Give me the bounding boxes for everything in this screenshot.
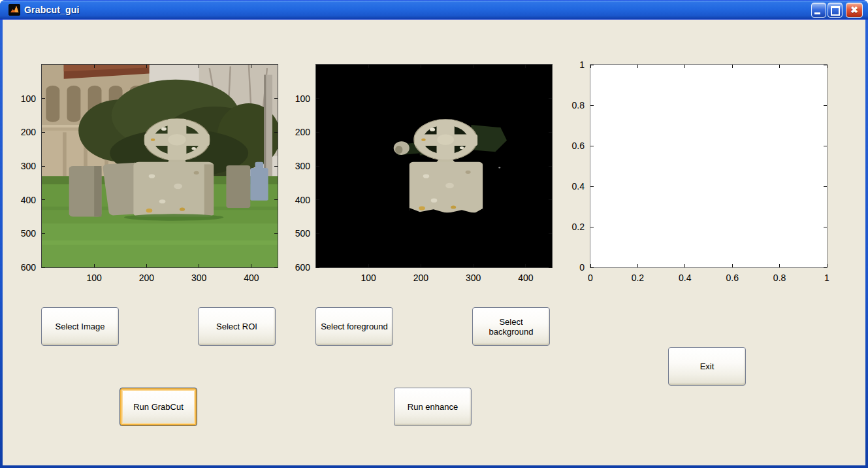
select-image-button[interactable]: Select Image xyxy=(41,307,119,346)
y-tick-label: 500 xyxy=(21,228,36,239)
y-tick-mark xyxy=(549,233,552,234)
x-tick-mark xyxy=(732,264,733,267)
x-tick-mark xyxy=(146,65,147,68)
y-tick-mark xyxy=(42,98,45,99)
x-tick-mark xyxy=(473,65,474,68)
exit-button[interactable]: Exit xyxy=(668,347,746,386)
close-button[interactable]: ✖ xyxy=(846,3,863,18)
y-tick-mark xyxy=(824,267,827,268)
y-tick-label: 1 xyxy=(579,59,585,70)
y-tick-label: 100 xyxy=(21,93,36,104)
x-tick-mark xyxy=(473,264,474,267)
x-tick-mark xyxy=(146,264,147,267)
y-tick-mark xyxy=(590,267,594,268)
y-tick-mark xyxy=(824,65,827,65)
x-tick-label: 200 xyxy=(139,273,154,283)
run-enhance-button[interactable]: Run enhance xyxy=(394,388,472,426)
y-tick-mark xyxy=(316,233,319,234)
y-tick-label: 0.8 xyxy=(572,100,585,110)
x-tick-mark xyxy=(251,65,251,68)
axes-segmented-image[interactable]: 100200300400100200300400500600 xyxy=(315,64,553,268)
window-title: Grabcut_gui xyxy=(24,5,80,15)
x-tick-mark xyxy=(525,65,526,68)
select-roi-button[interactable]: Select ROI xyxy=(198,307,276,346)
x-tick-label: 300 xyxy=(191,273,206,283)
x-tick-mark xyxy=(684,65,685,68)
y-tick-mark xyxy=(549,132,552,133)
run-grabcut-button[interactable]: Run GrabCut xyxy=(120,388,197,426)
y-tick-mark xyxy=(274,267,278,268)
x-tick-mark xyxy=(421,65,421,68)
matlab-logo-icon xyxy=(8,4,20,16)
y-tick-mark xyxy=(824,146,827,146)
x-tick-label: 0 xyxy=(588,273,593,283)
y-tick-mark xyxy=(274,98,278,99)
maximize-icon xyxy=(831,6,840,16)
y-tick-mark xyxy=(316,132,319,133)
x-tick-label: 300 xyxy=(466,273,481,283)
x-tick-mark xyxy=(421,264,421,267)
y-tick-mark xyxy=(316,199,319,200)
x-tick-label: 0.2 xyxy=(632,273,644,283)
y-tick-label: 0.4 xyxy=(572,181,585,192)
x-tick-mark xyxy=(637,264,638,267)
titlebar[interactable]: Grabcut_gui ✖ xyxy=(0,0,868,20)
y-tick-mark xyxy=(824,105,827,106)
y-tick-mark xyxy=(316,166,319,167)
y-tick-mark xyxy=(316,98,319,99)
y-tick-mark xyxy=(590,105,594,106)
x-tick-label: 100 xyxy=(87,273,102,283)
x-tick-mark xyxy=(94,264,95,267)
y-tick-mark xyxy=(590,227,594,227)
y-tick-label: 600 xyxy=(295,262,310,273)
y-tick-mark xyxy=(549,166,552,167)
y-tick-mark xyxy=(824,227,827,227)
x-tick-mark xyxy=(199,65,199,68)
y-tick-label: 0.2 xyxy=(572,222,585,232)
y-tick-mark xyxy=(316,267,319,268)
x-tick-label: 0.4 xyxy=(679,273,691,283)
x-tick-label: 400 xyxy=(518,273,533,283)
select-foreground-button[interactable]: Select foreground xyxy=(315,307,393,346)
maximize-button[interactable] xyxy=(828,3,843,18)
x-tick-label: 400 xyxy=(244,273,259,283)
y-tick-label: 400 xyxy=(295,195,310,205)
y-tick-mark xyxy=(549,267,552,268)
y-tick-mark xyxy=(42,166,45,167)
x-tick-mark xyxy=(827,65,828,68)
select-background-button[interactable]: Select background xyxy=(472,307,550,346)
x-tick-label: 0.8 xyxy=(773,273,786,283)
y-tick-mark xyxy=(549,199,552,200)
close-icon: ✖ xyxy=(846,3,862,17)
x-tick-mark xyxy=(779,65,780,68)
y-tick-mark xyxy=(590,186,594,187)
y-tick-mark xyxy=(590,146,594,146)
y-tick-label: 0.6 xyxy=(572,141,585,151)
y-tick-mark xyxy=(590,65,594,65)
y-tick-mark xyxy=(42,233,45,234)
y-tick-label: 600 xyxy=(21,262,36,273)
x-tick-mark xyxy=(199,264,199,267)
y-tick-label: 500 xyxy=(295,228,310,239)
x-tick-mark xyxy=(684,264,685,267)
axes-original-image[interactable]: 100200300400100200300400500600 xyxy=(41,64,278,268)
y-tick-label: 400 xyxy=(21,195,36,205)
x-tick-mark xyxy=(779,264,780,267)
y-tick-label: 300 xyxy=(21,161,36,171)
y-tick-mark xyxy=(549,98,552,99)
x-tick-mark xyxy=(368,264,369,267)
x-tick-mark xyxy=(732,65,733,68)
segmented-image xyxy=(316,65,552,267)
y-tick-mark xyxy=(274,166,278,167)
y-tick-mark xyxy=(274,199,278,200)
minimize-icon xyxy=(814,12,820,14)
y-tick-mark xyxy=(274,233,278,234)
minimize-button[interactable] xyxy=(811,3,826,18)
x-tick-mark xyxy=(368,65,369,68)
x-tick-label: 1 xyxy=(824,273,829,283)
x-tick-mark xyxy=(251,264,251,267)
original-image xyxy=(42,65,278,267)
y-tick-label: 200 xyxy=(21,127,36,137)
y-tick-label: 200 xyxy=(295,127,310,137)
y-tick-mark xyxy=(274,132,278,133)
